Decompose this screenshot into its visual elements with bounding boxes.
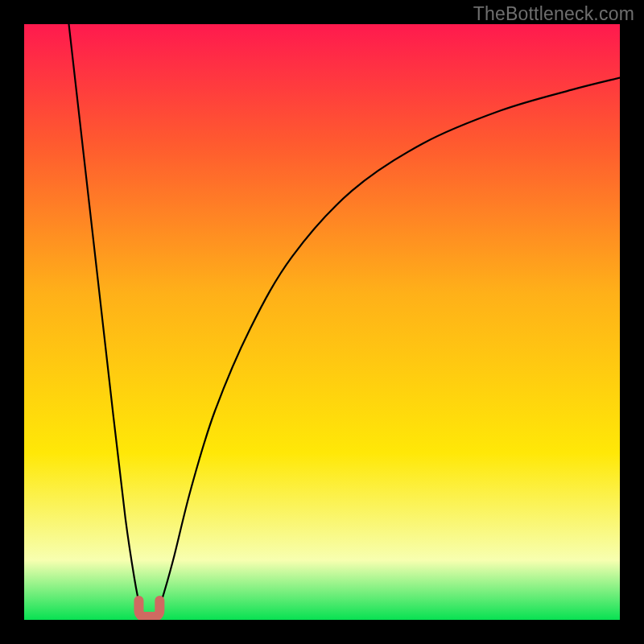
bottleneck-chart	[24, 24, 620, 620]
gradient-background	[24, 24, 620, 620]
chart-frame: TheBottleneck.com	[0, 0, 644, 644]
watermark-text: TheBottleneck.com	[473, 3, 634, 25]
